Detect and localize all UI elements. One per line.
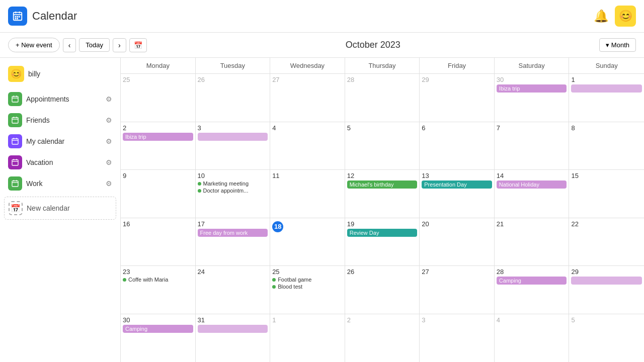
- svg-rect-21: [12, 160, 18, 165]
- event-camping-cont[interactable]: [571, 277, 642, 285]
- day-num: 29: [422, 76, 492, 83]
- day-oct12[interactable]: 12 Michael's birthday: [345, 170, 420, 218]
- day-oct2[interactable]: 2 Ibiza trip: [121, 122, 196, 170]
- header-saturday: Saturday: [495, 58, 570, 73]
- event-marketing[interactable]: Marketing meeting: [198, 180, 268, 187]
- day-sep27[interactable]: 27: [270, 74, 345, 122]
- day-oct18[interactable]: 18: [270, 218, 345, 266]
- day-nov1[interactable]: 1: [270, 314, 345, 363]
- sidebar-item-friends[interactable]: Friends ⚙: [4, 110, 116, 130]
- day-oct16[interactable]: 16: [121, 218, 196, 266]
- month-view-button[interactable]: ▾ Month: [599, 38, 636, 52]
- next-button[interactable]: ›: [113, 38, 126, 52]
- event-ibiza-trip[interactable]: Ibiza trip: [497, 84, 567, 93]
- header-friday: Friday: [420, 58, 495, 73]
- new-event-button[interactable]: + New event: [8, 38, 60, 52]
- event-camping-w5[interactable]: Camping: [497, 277, 567, 285]
- sidebar-avatar: 😊: [8, 66, 24, 82]
- day-oct28[interactable]: 28 Camping: [495, 266, 570, 314]
- day-sep28[interactable]: 28: [345, 74, 420, 122]
- day-oct9[interactable]: 9: [121, 170, 196, 218]
- day-sep25[interactable]: 25: [121, 74, 196, 122]
- day-oct31[interactable]: 31: [196, 314, 271, 363]
- day-oct8[interactable]: 8: [569, 122, 644, 170]
- day-oct13[interactable]: 13 Presentation Day: [420, 170, 495, 218]
- day-nov3[interactable]: 3: [420, 314, 495, 363]
- event-blood-test[interactable]: Blood test: [272, 284, 343, 290]
- notification-bell-icon[interactable]: 🔔: [594, 9, 609, 23]
- day-nov5[interactable]: 5: [569, 314, 644, 363]
- event-ibiza-trip-w2[interactable]: Ibiza trip: [123, 133, 193, 141]
- my-calendar-gear-icon[interactable]: ⚙: [106, 137, 112, 145]
- day-oct27[interactable]: 27: [420, 266, 495, 314]
- event-doctor[interactable]: Doctor appointm...: [198, 188, 268, 194]
- username: billy: [28, 70, 40, 78]
- svg-rect-5: [17, 16, 18, 18]
- day-oct30[interactable]: 30 Camping: [121, 314, 196, 363]
- day-oct5[interactable]: 5: [345, 122, 420, 170]
- friends-cal-icon: [8, 113, 22, 127]
- prev-button[interactable]: ‹: [63, 38, 76, 52]
- sidebar-item-vacation[interactable]: Vacation ⚙: [4, 152, 116, 172]
- day-oct1[interactable]: 1: [569, 74, 644, 122]
- day-oct4[interactable]: 4: [270, 122, 345, 170]
- day-oct24[interactable]: 24: [196, 266, 271, 314]
- day-num: 1: [571, 76, 642, 83]
- sidebar-item-my-calendar[interactable]: My calendar ⚙: [4, 131, 116, 151]
- calendar-logo-svg: [12, 11, 23, 22]
- event-presentation-day[interactable]: Presentation Day: [422, 180, 492, 189]
- day-oct14[interactable]: 14 National Holiday: [495, 170, 570, 218]
- event-camping-w6-cont[interactable]: [198, 325, 268, 333]
- day-oct11[interactable]: 11: [270, 170, 345, 218]
- day-oct25[interactable]: 25 Footbal game Blood test: [270, 266, 345, 314]
- calendar-picker-button[interactable]: 📅: [129, 38, 147, 52]
- new-calendar-button[interactable]: 📅 New calendar: [4, 197, 116, 220]
- sidebar-item-work[interactable]: Work ⚙: [4, 173, 116, 194]
- day-num: 25: [123, 76, 193, 83]
- day-oct10[interactable]: 10 Marketing meeting Doctor appointm...: [196, 170, 271, 218]
- friends-gear-icon[interactable]: ⚙: [106, 116, 112, 124]
- event-ibiza-trip-w2-cont[interactable]: [198, 133, 268, 141]
- day-oct23[interactable]: 23 Coffe with Maria: [121, 266, 196, 314]
- day-oct26[interactable]: 26: [345, 266, 420, 314]
- day-sep30[interactable]: 30 Ibiza trip: [495, 74, 570, 122]
- day-num: 20: [422, 220, 492, 228]
- day-oct6[interactable]: 6: [420, 122, 495, 170]
- day-oct7[interactable]: 7: [495, 122, 570, 170]
- event-camping-w6[interactable]: Camping: [123, 325, 193, 333]
- day-oct17[interactable]: 17 Free day from work: [196, 218, 271, 266]
- appointments-gear-icon[interactable]: ⚙: [106, 95, 112, 103]
- svg-rect-4: [15, 16, 17, 18]
- day-oct19[interactable]: 19 Review Day: [345, 218, 420, 266]
- day-oct15[interactable]: 15: [569, 170, 644, 218]
- day-num: 15: [571, 172, 642, 179]
- work-gear-icon[interactable]: ⚙: [106, 179, 112, 188]
- event-review-day[interactable]: Review Day: [347, 229, 418, 237]
- day-oct22[interactable]: 22: [569, 218, 644, 266]
- today-button[interactable]: Today: [79, 38, 110, 52]
- event-national-holiday[interactable]: National Holiday: [497, 180, 567, 189]
- day-nov2[interactable]: 2: [345, 314, 420, 363]
- day-sep29[interactable]: 29: [420, 74, 495, 122]
- event-footbal[interactable]: Footbal game: [272, 277, 343, 283]
- user-avatar[interactable]: 😊: [615, 6, 636, 27]
- event-michaels-birthday[interactable]: Michael's birthday: [347, 180, 418, 189]
- day-num: 31: [198, 316, 268, 324]
- svg-rect-13: [12, 118, 18, 123]
- day-num: 26: [347, 268, 418, 276]
- day-nov4[interactable]: 4: [495, 314, 570, 363]
- day-oct21[interactable]: 21: [495, 218, 570, 266]
- day-oct3[interactable]: 3: [196, 122, 271, 170]
- event-coffee[interactable]: Coffe with Maria: [123, 277, 193, 283]
- vacation-gear-icon[interactable]: ⚙: [106, 158, 112, 166]
- week-4: 16 17 Free day from work 18 19 Review Da…: [121, 218, 644, 266]
- logo-icon: [8, 7, 27, 26]
- sidebar-item-appointments[interactable]: Appointments ⚙: [4, 89, 116, 109]
- day-sep26[interactable]: 26: [196, 74, 271, 122]
- event-ibiza-trip-cont[interactable]: [571, 84, 642, 93]
- day-num: 2: [123, 124, 193, 132]
- day-oct29[interactable]: 29: [569, 266, 644, 314]
- coffee-dot: [123, 278, 126, 282]
- day-oct20[interactable]: 20: [420, 218, 495, 266]
- event-free-day[interactable]: Free day from work: [198, 229, 268, 237]
